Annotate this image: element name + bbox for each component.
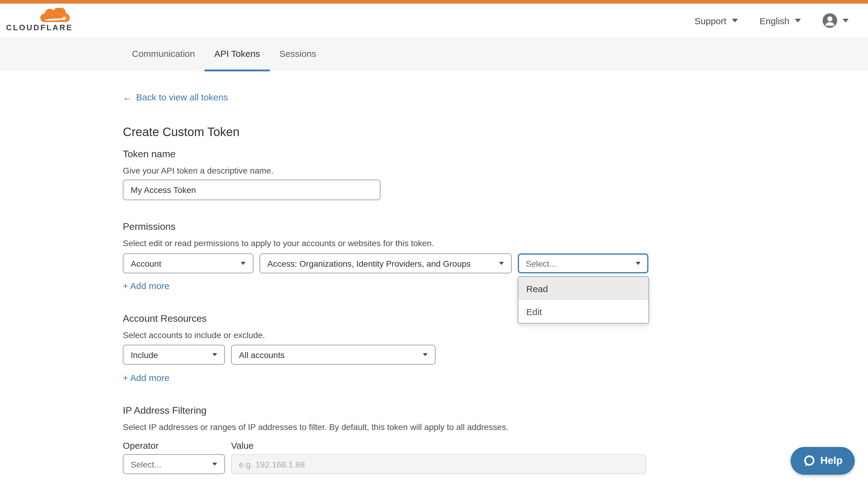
permission-access-value: Select...	[526, 259, 556, 268]
ip-value-input[interactable]	[231, 454, 646, 474]
ip-operator-value: Select...	[131, 459, 161, 469]
account-resources-row: Include All accounts	[123, 345, 435, 365]
menu-option-edit[interactable]: Edit	[518, 300, 648, 323]
token-name-heading: Token name	[123, 149, 176, 160]
chevron-down-icon	[843, 19, 849, 22]
account-resources-description: Select accounts to include or exclude.	[123, 330, 265, 340]
chevron-down-icon	[241, 262, 246, 265]
ip-filtering-heading: IP Address Filtering	[123, 405, 207, 416]
permissions-description: Select edit or read permissions to apply…	[123, 238, 434, 248]
access-dropdown-menu: Read Edit	[518, 277, 649, 324]
chevron-down-icon	[423, 353, 428, 356]
help-button[interactable]: Help	[790, 447, 855, 475]
brand-accent-bar	[0, 0, 868, 4]
tab-sessions[interactable]: Sessions	[270, 37, 326, 71]
ip-operator-dropdown[interactable]: Select...	[123, 454, 225, 474]
operator-label: Operator	[123, 440, 158, 451]
page: CLOUDFLARE Support English	[0, 0, 868, 482]
app-header: CLOUDFLARE Support English	[0, 4, 868, 37]
chevron-down-icon	[795, 19, 801, 22]
chevron-down-icon	[212, 353, 217, 356]
permission-group-dropdown[interactable]: Access: Organizations, Identity Provider…	[259, 253, 512, 274]
resource-accounts-value: All accounts	[239, 350, 285, 359]
account-menu[interactable]	[823, 13, 849, 28]
menu-option-read[interactable]: Read	[518, 277, 648, 300]
cloudflare-wordmark: CLOUDFLARE	[6, 23, 72, 32]
chevron-down-icon	[732, 19, 738, 22]
support-menu[interactable]: Support	[695, 15, 738, 26]
tab-bar: Communication API Tokens Sessions	[0, 37, 868, 71]
help-button-label: Help	[820, 455, 843, 467]
value-label: Value	[231, 440, 254, 451]
chevron-down-icon	[499, 262, 504, 265]
chat-bubble-icon	[803, 454, 815, 467]
page-title: Create Custom Token	[123, 125, 240, 139]
back-to-tokens-link[interactable]: ← Back to view all tokens	[123, 92, 228, 102]
chevron-down-icon	[212, 463, 217, 466]
permissions-add-more-link[interactable]: + Add more	[123, 281, 169, 291]
token-name-description: Give your API token a descriptive name.	[123, 166, 273, 175]
tab-communication[interactable]: Communication	[122, 37, 205, 71]
permissions-heading: Permissions	[123, 221, 176, 232]
resource-accounts-dropdown[interactable]: All accounts	[231, 345, 435, 365]
permissions-row: Account Access: Organizations, Identity …	[123, 253, 648, 274]
resource-mode-dropdown[interactable]: Include	[123, 345, 225, 365]
language-menu[interactable]: English	[760, 15, 801, 26]
tab-api-tokens[interactable]: API Tokens	[205, 37, 270, 71]
permission-access-dropdown[interactable]: Select...	[518, 253, 648, 274]
back-link-label: Back to view all tokens	[136, 92, 228, 102]
header-menus: Support English	[695, 4, 849, 37]
ip-filtering-row: Select...	[123, 454, 646, 474]
token-name-input[interactable]	[123, 180, 380, 200]
resource-mode-value: Include	[131, 350, 158, 359]
account-resources-heading: Account Resources	[123, 313, 207, 324]
language-menu-label: English	[760, 15, 789, 26]
support-menu-label: Support	[695, 15, 726, 26]
account-resources-add-more-link[interactable]: + Add more	[123, 373, 169, 383]
permission-scope-dropdown[interactable]: Account	[123, 253, 253, 274]
user-avatar-icon	[823, 13, 837, 28]
permission-group-value: Access: Organizations, Identity Provider…	[267, 259, 471, 268]
permission-scope-value: Account	[131, 259, 161, 268]
cloudflare-cloud-icon	[39, 8, 71, 22]
back-arrow-icon: ←	[123, 92, 132, 102]
cloudflare-logo[interactable]: CLOUDFLARE	[6, 8, 72, 32]
ip-filtering-description: Select IP addresses or ranges of IP addr…	[123, 422, 508, 432]
chevron-down-icon	[636, 262, 641, 265]
